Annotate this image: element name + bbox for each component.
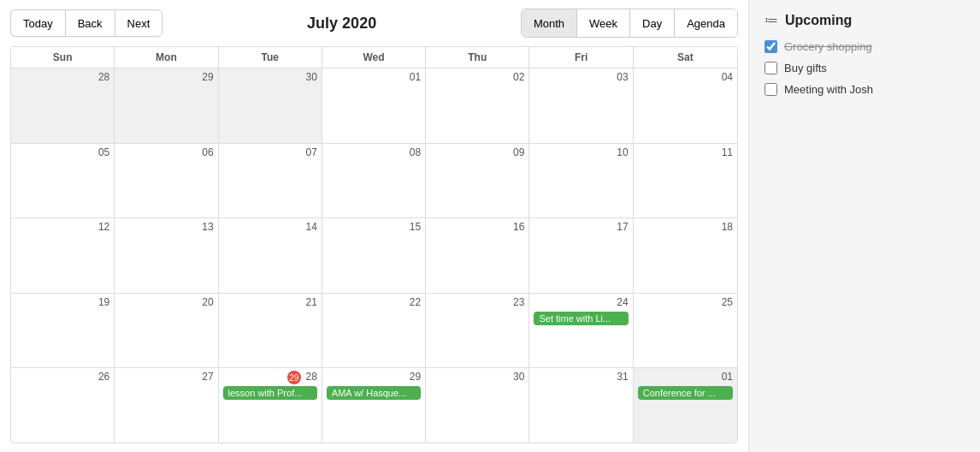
today-button[interactable]: Today [10,9,65,37]
calendar-grid: Sun Mon Tue Wed Thu Fri Sat 28 29 30 01 … [10,46,738,443]
header-mon: Mon [115,47,218,68]
sidebar: ≔ Upcoming Grocery shopping Buy gifts Me… [749,0,980,452]
header-sun: Sun [11,47,115,68]
day-cell[interactable]: 04 [634,68,737,143]
back-button[interactable]: Back [65,9,115,37]
day-cell[interactable]: 22 [322,294,426,368]
todo-item: Meeting with Josh [765,83,965,96]
day-cell[interactable]: 24 Set time with Li... [529,294,633,368]
sidebar-header: ≔ Upcoming [765,12,965,28]
calendar-title: July 2020 [162,15,521,33]
header-tue: Tue [219,47,322,68]
week-row: 05 06 07 08 09 10 11 [11,144,737,219]
event-pill[interactable]: Set time with Li... [534,312,628,325]
header-thu: Thu [426,47,529,68]
view-month-button[interactable]: Month [522,9,577,37]
day-cell[interactable]: 26 [11,368,115,443]
todo-checkbox-grocery[interactable] [765,40,777,53]
day-cell[interactable]: 28 29 lesson with Prof... [219,368,322,443]
day-cell[interactable]: 19 [11,294,115,368]
week-row: 19 20 21 22 23 24 Set time with Li... 25 [11,294,737,369]
day-cell[interactable]: 03 [529,68,633,143]
event-pill[interactable]: lesson with Prof... [223,386,317,400]
day-cell[interactable]: 06 [115,144,218,218]
day-cell[interactable]: 11 [634,144,737,218]
day-cell[interactable]: 28 [11,68,115,143]
day-cell[interactable]: 07 [219,144,322,218]
list-icon: ≔ [765,12,778,28]
day-cell[interactable]: 12 [11,218,115,293]
todo-label-gifts: Buy gifts [784,62,827,74]
day-cell[interactable]: 18 [634,218,737,293]
header-wed: Wed [322,47,426,68]
nav-buttons: Today Back Next [10,9,162,37]
day-cell[interactable]: 27 [115,368,218,443]
day-cell[interactable]: 29 [115,68,218,143]
day-cell[interactable]: 01 Conference for ... [634,368,737,443]
day-cell[interactable]: 30 [426,368,529,443]
next-button[interactable]: Next [115,9,163,37]
calendar-panel: Today Back Next July 2020 Month Week Day… [0,0,749,452]
todo-checkbox-meeting[interactable] [765,83,777,96]
day-cell[interactable]: 17 [529,218,633,293]
event-pill[interactable]: AMA w/ Hasque... [327,386,421,400]
day-cell[interactable]: 21 [219,294,322,368]
day-cell[interactable]: 23 [426,294,529,368]
day-cell[interactable]: 14 [219,218,322,293]
day-cell[interactable]: 13 [115,218,218,293]
week-row: 28 29 30 01 02 03 04 [11,68,737,144]
sidebar-title: Upcoming [785,13,852,28]
day-cell[interactable]: 20 [115,294,218,368]
todo-label-meeting: Meeting with Josh [784,83,873,96]
todo-item: Buy gifts [765,62,965,74]
day-cell[interactable]: 08 [322,144,426,218]
event-pill[interactable]: Conference for ... [638,386,733,400]
header-fri: Fri [529,47,633,68]
toolbar: Today Back Next July 2020 Month Week Day… [10,9,738,38]
weeks-container: 28 29 30 01 02 03 04 05 06 07 08 09 10 1… [11,68,737,443]
day-cell[interactable]: 01 [322,68,426,143]
week-row: 26 27 28 29 lesson with Prof... 29 AMA w… [11,368,737,443]
day-cell[interactable]: 15 [322,218,426,293]
view-week-button[interactable]: Week [577,9,630,37]
day-cell[interactable]: 25 [634,294,737,368]
day-headers: Sun Mon Tue Wed Thu Fri Sat [11,47,737,68]
header-sat: Sat [634,47,737,68]
day-cell[interactable]: 09 [426,144,529,218]
day-cell[interactable]: 29 AMA w/ Hasque... [322,368,426,443]
day-cell[interactable]: 31 [529,368,633,443]
todo-label-grocery: Grocery shopping [784,40,872,53]
view-day-button[interactable]: Day [630,9,675,37]
day-cell[interactable]: 10 [529,144,633,218]
day-cell[interactable]: 02 [426,68,529,143]
week-row: 12 13 14 15 16 17 18 [11,218,737,294]
day-cell[interactable]: 30 [219,68,322,143]
todo-item: Grocery shopping [765,40,965,53]
view-switcher: Month Week Day Agenda [521,9,738,38]
todo-checkbox-gifts[interactable] [765,62,777,74]
day-cell[interactable]: 16 [426,218,529,293]
view-agenda-button[interactable]: Agenda [675,9,737,37]
day-cell[interactable]: 05 [11,144,115,218]
